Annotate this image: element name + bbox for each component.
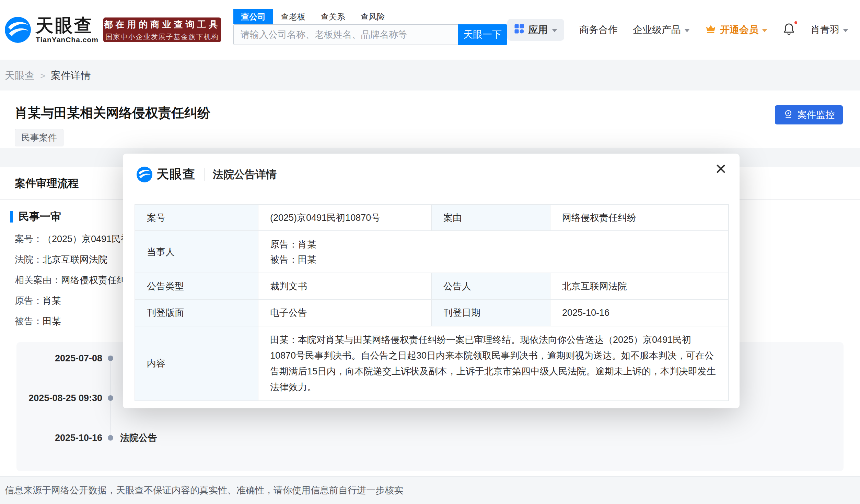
top-bar: 天眼查 TianYanCha.com 都在用的商业查询工具 国家中小企业发展子基… xyxy=(0,0,860,60)
cooperation-label: 商务合作 xyxy=(579,23,618,36)
cause-label: 案由 xyxy=(431,204,550,231)
publication-page-label: 刊登版面 xyxy=(135,299,258,326)
notification-dot xyxy=(793,20,798,25)
timeline-dot-icon xyxy=(108,356,113,361)
search-tabs: 查公司 查老板 查关系 查风险 xyxy=(233,9,507,24)
modal-brand-name: 天眼查 xyxy=(156,166,196,183)
court-announcement-modal: 天眼查 法院公告详情 × 案号 (2025)京0491民初10870号 案由 网… xyxy=(123,154,740,408)
announcement-type-value: 裁判文书 xyxy=(258,273,431,299)
username-label: 肖青羽 xyxy=(811,23,839,36)
footer-disclaimer: 信息来源于网络公开数据，天眼查不保证内容的真实性、准确性，请你使用信息前自行进一… xyxy=(0,476,860,504)
search-button[interactable]: 天眼一下 xyxy=(458,24,507,45)
chevron-down-icon xyxy=(552,29,557,32)
announcement-table: 案号 (2025)京0491民初10870号 案由 网络侵权责任纠纷 当事人 原… xyxy=(135,204,729,401)
cause-value: 网络侵权责任纠纷 xyxy=(550,204,729,231)
table-row: 公告类型 裁判文书 公告人 北京互联网法院 xyxy=(135,273,729,299)
section-title: 案件审理流程 xyxy=(15,176,79,191)
brand-domain: TianYanCha.com xyxy=(36,36,98,44)
timeline-dot-icon xyxy=(108,435,113,441)
enterprise-label: 企业级产品 xyxy=(633,23,681,36)
tianyancha-logo-icon xyxy=(137,167,152,182)
chevron-down-icon xyxy=(843,29,848,32)
apps-menu-button[interactable]: 应用 xyxy=(507,19,564,41)
membership-label: 开通会员 xyxy=(720,23,758,36)
close-icon[interactable]: × xyxy=(715,159,727,178)
slogan-line2: 国家中小企业发展子基金旗下机构 xyxy=(105,32,219,41)
modal-title: 法院公告详情 xyxy=(213,167,277,182)
divider xyxy=(204,168,205,181)
chevron-down-icon xyxy=(762,29,767,32)
page-title: 肖某与田某相关网络侵权责任纠纷 xyxy=(15,104,210,122)
case-monitor-button[interactable]: 案件监控 xyxy=(775,105,843,124)
modal-header: 天眼查 法院公告详情 × xyxy=(123,154,740,183)
table-row: 案号 (2025)京0491民初10870号 案由 网络侵权责任纠纷 xyxy=(135,204,729,231)
timeline-item: 2025-10-16 法院公告 xyxy=(16,429,157,446)
table-row: 刊登版面 电子公告 刊登日期 2025-10-16 xyxy=(135,299,729,326)
search-tab-risk[interactable]: 查风险 xyxy=(353,9,393,24)
slogan-line1: 都在用的商业查询工具 xyxy=(104,19,220,31)
brand-slogan-badge: 都在用的商业查询工具 国家中小企业发展子基金旗下机构 xyxy=(103,17,221,42)
crown-icon xyxy=(705,23,717,37)
nav-business-cooperation[interactable]: 商务合作 xyxy=(579,23,618,36)
parties-value: 原告：肖某 被告：田某 xyxy=(258,231,729,273)
breadcrumb: 天眼查 > 案件详情 xyxy=(0,61,91,91)
breadcrumb-separator-icon: > xyxy=(40,71,45,81)
content-label: 内容 xyxy=(135,326,258,401)
top-nav: 应用 商务合作 企业级产品 开通会员 xyxy=(507,19,848,41)
timeline-dot-icon xyxy=(108,395,113,401)
timeline-item: 2025-08-25 09:30 xyxy=(16,389,120,407)
table-row: 当事人 原告：肖某 被告：田某 xyxy=(135,231,729,273)
announcer-value: 北京互联网法院 xyxy=(550,273,729,299)
bell-icon xyxy=(782,22,795,38)
publication-page-value: 电子公告 xyxy=(258,299,431,326)
table-row: 内容 田某：本院对肖某与田某网络侵权责任纠纷一案已审理终结。现依法向你公告送达（… xyxy=(135,326,729,401)
user-menu[interactable]: 肖青羽 xyxy=(811,23,848,36)
apps-label: 应用 xyxy=(528,23,548,36)
announcement-type-label: 公告类型 xyxy=(135,273,258,299)
monitor-button-label: 案件监控 xyxy=(798,109,835,121)
brand-name: 天眼查 xyxy=(36,16,98,35)
tianyancha-logo-icon xyxy=(5,17,31,43)
nav-open-membership[interactable]: 开通会员 xyxy=(705,23,767,37)
search-tab-relation[interactable]: 查关系 xyxy=(313,9,353,24)
case-number-value: (2025)京0491民初10870号 xyxy=(258,204,431,231)
timeline-item: 2025-07-08 xyxy=(16,350,120,367)
search-tab-boss[interactable]: 查老板 xyxy=(273,9,313,24)
brand-logo[interactable]: 天眼查 TianYanCha.com xyxy=(5,16,98,44)
search-tab-company[interactable]: 查公司 xyxy=(233,9,273,24)
grid-icon xyxy=(514,24,524,36)
publication-date-label: 刊登日期 xyxy=(431,299,550,326)
case-type-tag: 民事案件 xyxy=(15,129,63,146)
breadcrumb-home-link[interactable]: 天眼查 xyxy=(5,69,35,83)
nav-enterprise-products[interactable]: 企业级产品 xyxy=(633,23,690,36)
publication-date-value: 2025-10-16 xyxy=(550,299,729,326)
content-value: 田某：本院对肖某与田某网络侵权责任纠纷一案已审理终结。现依法向你公告送达（202… xyxy=(258,326,729,401)
notifications-bell[interactable] xyxy=(782,22,795,38)
announcer-label: 公告人 xyxy=(431,273,550,299)
case-number-label: 案号 xyxy=(135,204,258,231)
breadcrumb-current: 案件详情 xyxy=(51,69,91,83)
chevron-down-icon xyxy=(684,29,690,32)
case-header-card: 肖某与田某相关网络侵权责任纠纷 民事案件 案件监控 xyxy=(0,91,860,148)
search-block: 查公司 查老板 查关系 查风险 天眼一下 xyxy=(233,9,507,45)
parties-label: 当事人 xyxy=(135,231,258,273)
search-input[interactable] xyxy=(233,24,458,45)
monitor-icon xyxy=(783,109,793,121)
